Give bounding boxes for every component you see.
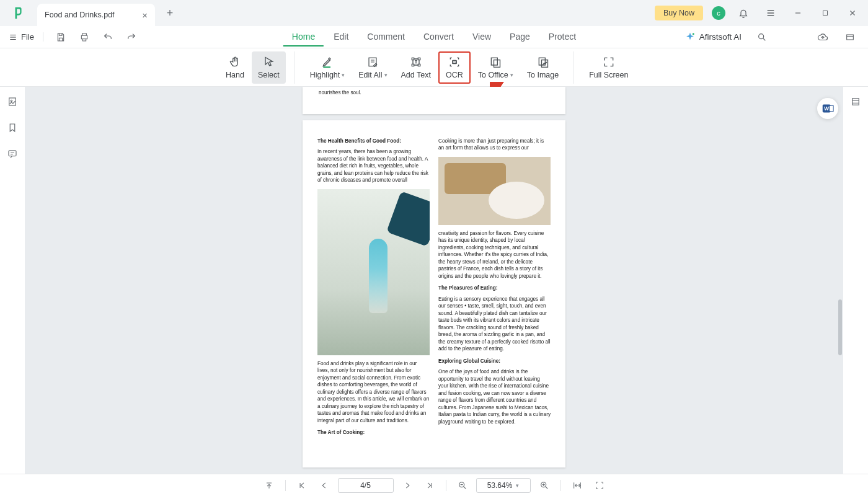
scroll-top-icon[interactable] bbox=[260, 477, 278, 494]
page-column-left: The Health Benefits of Good Food: In rec… bbox=[317, 138, 430, 450]
svg-rect-14 bbox=[9, 151, 16, 156]
full-screen-tool[interactable]: Full Screen bbox=[583, 51, 634, 84]
svg-rect-18 bbox=[830, 105, 833, 111]
bookmarks-icon[interactable] bbox=[5, 120, 20, 135]
app-logo bbox=[0, 0, 37, 26]
vertical-scrollbar[interactable] bbox=[837, 90, 842, 471]
tab-home[interactable]: Home bbox=[283, 28, 324, 46]
scroll-thumb[interactable] bbox=[838, 299, 842, 355]
sparkle-icon bbox=[684, 32, 696, 43]
word-icon: W bbox=[821, 102, 835, 115]
tab-view[interactable]: View bbox=[464, 28, 500, 46]
page-input[interactable] bbox=[338, 478, 394, 493]
thumbnails-icon[interactable] bbox=[5, 94, 20, 109]
close-window-icon[interactable] bbox=[843, 4, 862, 22]
titlebar: Food and Drinks.pdf × + Buy Now c bbox=[0, 0, 868, 26]
cloud-icon[interactable] bbox=[813, 28, 832, 46]
svg-rect-15 bbox=[852, 99, 859, 105]
select-tool[interactable]: Select bbox=[252, 51, 286, 84]
minimize-icon[interactable] bbox=[789, 4, 807, 22]
svg-rect-0 bbox=[823, 11, 828, 16]
right-sidebar bbox=[843, 87, 868, 474]
new-tab-button[interactable]: + bbox=[161, 4, 179, 22]
add-text-icon bbox=[410, 56, 422, 68]
fit-width-icon[interactable] bbox=[569, 477, 586, 494]
document-tab[interactable]: Food and Drinks.pdf × bbox=[37, 4, 155, 26]
svg-rect-8 bbox=[494, 60, 500, 67]
fullscreen-icon bbox=[603, 56, 615, 68]
svg-rect-9 bbox=[539, 58, 545, 65]
document-image-glass bbox=[317, 189, 430, 355]
fit-page-icon[interactable] bbox=[591, 477, 608, 494]
document-page: The Health Benefits of Good Food: In rec… bbox=[303, 120, 565, 467]
comments-icon[interactable] bbox=[5, 146, 20, 161]
svg-rect-7 bbox=[492, 58, 498, 65]
tab-title: Food and Drinks.pdf bbox=[45, 11, 115, 19]
tab-convert[interactable]: Convert bbox=[415, 28, 463, 46]
zoom-select[interactable]: 53.64%▾ bbox=[476, 478, 531, 493]
hand-tool[interactable]: Hand bbox=[219, 51, 250, 84]
svg-text:W: W bbox=[824, 106, 829, 112]
user-avatar[interactable]: c bbox=[712, 6, 725, 20]
edit-all-tool[interactable]: Edit All▾ bbox=[352, 51, 393, 84]
undo-icon[interactable] bbox=[98, 28, 118, 46]
bell-icon[interactable] bbox=[734, 4, 753, 22]
tab-protect[interactable]: Protect bbox=[540, 28, 585, 46]
add-text-tool[interactable]: Add Text bbox=[395, 51, 437, 84]
to-office-tool[interactable]: To Office▾ bbox=[472, 51, 520, 84]
highlight-icon bbox=[321, 56, 334, 68]
ai-label: Afirstsoft AI bbox=[699, 32, 742, 42]
first-page-icon[interactable] bbox=[293, 477, 311, 494]
redo-icon[interactable] bbox=[122, 28, 141, 46]
maximize-icon[interactable] bbox=[816, 4, 835, 22]
search-icon[interactable] bbox=[753, 28, 771, 46]
zoom-in-icon[interactable] bbox=[536, 477, 553, 494]
to-office-icon bbox=[489, 56, 502, 68]
convert-to-word-button[interactable]: W bbox=[817, 98, 838, 119]
svg-text:OCR: OCR bbox=[452, 61, 457, 63]
to-image-tool[interactable]: To Image bbox=[521, 51, 565, 84]
ocr-tool[interactable]: OCR OCR bbox=[438, 51, 471, 84]
ai-button[interactable]: Afirstsoft AI bbox=[684, 32, 742, 43]
cursor-icon bbox=[262, 56, 275, 68]
document-image-food bbox=[438, 157, 551, 225]
to-image-icon bbox=[537, 56, 549, 68]
close-tab-icon[interactable]: × bbox=[142, 10, 148, 20]
edit-icon bbox=[367, 56, 378, 68]
svg-point-2 bbox=[759, 33, 764, 38]
next-page-icon[interactable] bbox=[399, 477, 416, 494]
svg-rect-3 bbox=[847, 35, 854, 40]
file-label: File bbox=[21, 32, 34, 42]
page-prev-tail: nourishes the soul. bbox=[303, 87, 565, 114]
tab-comment[interactable]: Comment bbox=[358, 28, 414, 46]
document-viewport[interactable]: nourishes the soul. The Health Benefits … bbox=[25, 87, 843, 474]
quick-access-toolbar bbox=[43, 28, 141, 46]
toolbar: Hand Select Highlight▾ Edit All▾ Add Tex… bbox=[0, 48, 868, 87]
hamburger-icon[interactable] bbox=[761, 4, 780, 22]
highlight-tool[interactable]: Highlight▾ bbox=[304, 51, 352, 84]
tab-edit[interactable]: Edit bbox=[325, 28, 357, 46]
tab-page[interactable]: Page bbox=[501, 28, 539, 46]
ocr-icon: OCR bbox=[448, 56, 461, 68]
menubar: File Home Edit Comment Convert View Page… bbox=[0, 26, 868, 48]
statusbar: 53.64%▾ bbox=[0, 474, 868, 496]
zoom-out-icon[interactable] bbox=[454, 477, 471, 494]
hand-icon bbox=[229, 56, 241, 68]
last-page-icon[interactable] bbox=[421, 477, 438, 494]
svg-point-13 bbox=[11, 100, 12, 101]
main-tabs: Home Edit Comment Convert View Page Prot… bbox=[283, 28, 585, 46]
prev-page-icon[interactable] bbox=[316, 477, 333, 494]
file-menu[interactable]: File bbox=[9, 32, 43, 42]
svg-point-1 bbox=[692, 33, 694, 35]
buy-now-button[interactable]: Buy Now bbox=[655, 6, 703, 20]
print-icon[interactable] bbox=[74, 28, 94, 46]
save-icon[interactable] bbox=[51, 28, 71, 46]
properties-icon[interactable] bbox=[848, 94, 863, 109]
panel-icon[interactable] bbox=[841, 28, 859, 46]
page-column-right: Cooking is more than just preparing meal… bbox=[438, 138, 551, 450]
left-sidebar bbox=[0, 87, 25, 474]
